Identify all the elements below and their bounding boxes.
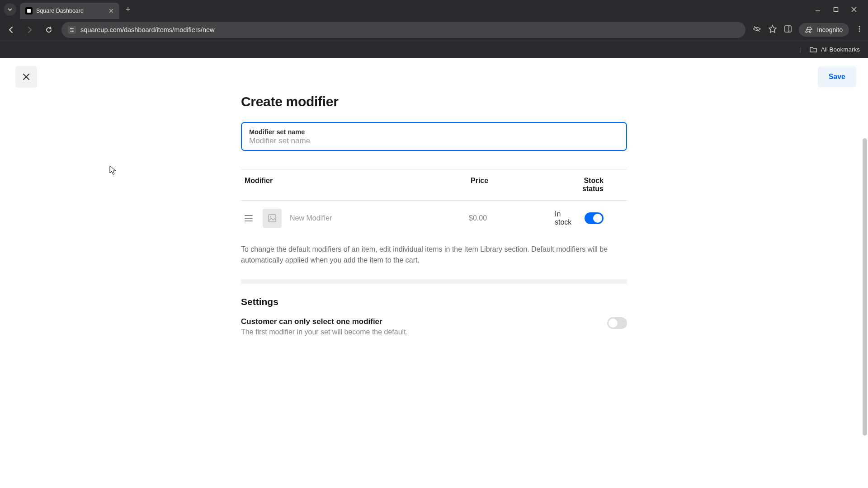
svg-point-8 bbox=[859, 26, 860, 28]
browser-menu-icon[interactable] bbox=[855, 25, 863, 35]
folder-icon bbox=[809, 46, 817, 54]
tab-close-icon[interactable]: ✕ bbox=[108, 7, 114, 14]
window-controls bbox=[814, 5, 864, 14]
reload-button[interactable] bbox=[42, 23, 55, 36]
th-price: Price bbox=[471, 177, 566, 193]
svg-rect-1 bbox=[834, 8, 838, 12]
side-panel-icon[interactable] bbox=[783, 24, 793, 35]
drag-handle-icon[interactable] bbox=[245, 215, 253, 221]
settings-title: Settings bbox=[241, 296, 627, 307]
save-button[interactable]: Save bbox=[818, 66, 856, 87]
site-settings-icon[interactable] bbox=[68, 26, 76, 34]
svg-point-12 bbox=[270, 216, 272, 218]
address-actions: Incognito bbox=[752, 23, 863, 37]
browser-tab[interactable]: Square Dashboard ✕ bbox=[20, 3, 119, 19]
browser-chrome: Square Dashboard ✕ + squareup.com/dashbo… bbox=[0, 0, 868, 58]
setting-desc: The first modifier in your set will beco… bbox=[241, 328, 607, 336]
setting-row: Customer can only select one modifier Th… bbox=[241, 317, 627, 336]
app-header: Save bbox=[0, 58, 868, 90]
section-divider bbox=[241, 279, 627, 284]
select-one-toggle[interactable] bbox=[607, 317, 627, 329]
tab-search-dropdown[interactable] bbox=[4, 3, 16, 16]
address-bar-row: squareup.com/dashboard/items/modifiers/n… bbox=[0, 19, 868, 41]
bookmarks-bar: | All Bookmarks bbox=[0, 41, 868, 58]
svg-point-4 bbox=[71, 28, 72, 29]
back-button[interactable] bbox=[5, 23, 17, 36]
tab-title: Square Dashboard bbox=[36, 8, 105, 14]
scrollbar[interactable] bbox=[862, 138, 868, 488]
content-area: Create modifier Modifier set name Modifi… bbox=[241, 90, 627, 354]
tab-bar: Square Dashboard ✕ + bbox=[0, 0, 868, 19]
th-stock: Stock status bbox=[566, 177, 623, 193]
table-header: Modifier Price Stock status bbox=[241, 169, 627, 201]
help-text: To change the default modifiers of an it… bbox=[241, 244, 627, 279]
modifier-name[interactable]: New Modifier bbox=[290, 214, 469, 222]
incognito-badge[interactable]: Incognito bbox=[799, 23, 849, 37]
url-bar[interactable]: squareup.com/dashboard/items/modifiers/n… bbox=[61, 22, 745, 38]
incognito-label: Incognito bbox=[817, 26, 843, 33]
stock-label: In stock bbox=[555, 210, 578, 226]
setting-text: Customer can only select one modifier Th… bbox=[241, 317, 607, 336]
bookmark-star-icon[interactable] bbox=[768, 24, 777, 35]
thumbnail-placeholder[interactable] bbox=[263, 209, 282, 228]
modifier-price[interactable]: $0.00 bbox=[469, 214, 555, 222]
new-tab-button[interactable]: + bbox=[126, 5, 131, 14]
stock-cell: In stock bbox=[555, 210, 623, 226]
bookmarks-separator: | bbox=[799, 46, 801, 53]
scroll-thumb[interactable] bbox=[863, 138, 867, 436]
url-text: squareup.com/dashboard/items/modifiers/n… bbox=[80, 26, 215, 33]
svg-rect-6 bbox=[785, 26, 791, 32]
close-icon bbox=[22, 73, 30, 81]
image-icon bbox=[267, 213, 277, 223]
svg-point-9 bbox=[859, 28, 860, 30]
stock-toggle[interactable] bbox=[585, 212, 604, 224]
setting-label: Customer can only select one modifier bbox=[241, 317, 607, 326]
input-label: Modifier set name bbox=[249, 128, 619, 136]
page-title: Create modifier bbox=[241, 94, 627, 109]
incognito-icon bbox=[805, 26, 813, 34]
eye-off-icon[interactable] bbox=[752, 24, 762, 36]
maximize-button[interactable] bbox=[832, 5, 840, 14]
svg-rect-11 bbox=[269, 215, 276, 222]
all-bookmarks-label: All Bookmarks bbox=[821, 46, 860, 53]
th-modifier: Modifier bbox=[245, 177, 471, 193]
svg-point-5 bbox=[72, 31, 74, 32]
minimize-button[interactable] bbox=[814, 5, 822, 14]
svg-point-10 bbox=[859, 31, 860, 32]
modifier-set-name-field[interactable]: Modifier set name bbox=[241, 122, 627, 151]
mouse-cursor bbox=[109, 165, 118, 176]
modifier-set-name-input[interactable] bbox=[249, 136, 619, 145]
forward-button[interactable] bbox=[24, 23, 36, 36]
app-viewport: Save Create modifier Modifier set name M… bbox=[0, 58, 868, 488]
square-favicon bbox=[25, 7, 33, 14]
all-bookmarks-button[interactable]: All Bookmarks bbox=[809, 46, 860, 54]
close-window-button[interactable] bbox=[850, 5, 858, 14]
close-modal-button[interactable] bbox=[15, 66, 37, 88]
table-row[interactable]: New Modifier $0.00 In stock bbox=[241, 201, 627, 236]
